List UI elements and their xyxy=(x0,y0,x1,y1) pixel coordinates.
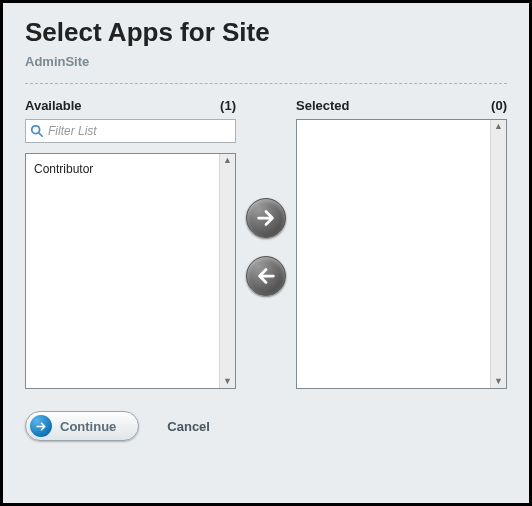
selected-column: Selected (0) ▲ ▼ xyxy=(296,98,507,389)
available-count: (1) xyxy=(220,98,236,113)
list-item[interactable]: Contributor xyxy=(32,160,229,178)
available-label: Available xyxy=(25,98,82,113)
move-left-button[interactable] xyxy=(246,256,286,296)
scrollbar[interactable]: ▲ ▼ xyxy=(490,120,506,388)
available-column: Available (1) Contributor ▲ ▼ xyxy=(25,98,236,389)
continue-icon xyxy=(30,415,52,437)
move-right-button[interactable] xyxy=(246,198,286,238)
page-subtitle: AdminSite xyxy=(25,54,507,69)
scroll-up-icon[interactable]: ▲ xyxy=(223,154,232,167)
cancel-link[interactable]: Cancel xyxy=(167,419,210,434)
arrow-right-icon xyxy=(35,420,48,433)
selected-label: Selected xyxy=(296,98,349,113)
selected-listbox[interactable]: ▲ ▼ xyxy=(296,119,507,389)
footer-actions: Continue Cancel xyxy=(25,411,507,441)
continue-label: Continue xyxy=(60,419,116,434)
scroll-down-icon[interactable]: ▼ xyxy=(223,375,232,388)
filter-input[interactable] xyxy=(48,124,231,138)
arrow-right-icon xyxy=(255,207,277,229)
scrollbar[interactable]: ▲ ▼ xyxy=(219,154,235,388)
selected-header: Selected (0) xyxy=(296,98,507,113)
search-icon xyxy=(30,124,44,138)
svg-line-1 xyxy=(39,133,43,137)
continue-button[interactable]: Continue xyxy=(25,411,139,441)
scroll-up-icon[interactable]: ▲ xyxy=(494,120,503,133)
dual-list-picker: Available (1) Contributor ▲ ▼ xyxy=(25,98,507,389)
available-listbox[interactable]: Contributor ▲ ▼ xyxy=(25,153,236,389)
selected-items xyxy=(297,120,506,132)
available-header: Available (1) xyxy=(25,98,236,113)
available-items: Contributor xyxy=(26,154,235,184)
scroll-down-icon[interactable]: ▼ xyxy=(494,375,503,388)
selected-count: (0) xyxy=(491,98,507,113)
arrow-left-icon xyxy=(255,265,277,287)
filter-input-wrap[interactable] xyxy=(25,119,236,143)
divider xyxy=(25,83,507,84)
transfer-buttons xyxy=(246,98,286,296)
page-title: Select Apps for Site xyxy=(25,17,507,48)
